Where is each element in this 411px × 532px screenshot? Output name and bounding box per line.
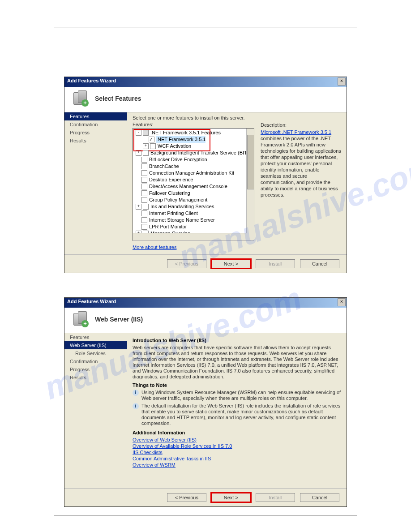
expand-icon[interactable]: +	[136, 204, 141, 210]
titlebar: Add Features Wizard ×	[64, 298, 347, 308]
cancel-button[interactable]: Cancel	[300, 493, 339, 502]
checkbox[interactable]	[141, 170, 147, 176]
server-icon: +	[73, 311, 89, 327]
sidebar-item[interactable]: Results	[64, 137, 127, 145]
info-link[interactable]: Common Administrative Tasks in IIS	[133, 456, 341, 461]
tree-item[interactable]: DirectAccess Management Console	[134, 183, 253, 190]
tree-item-label: BranchCache	[149, 163, 179, 170]
info-link[interactable]: Overview of WSRM	[133, 462, 341, 468]
checkbox[interactable]	[141, 217, 147, 223]
tree-item-label: Failover Clustering	[149, 190, 190, 197]
sidebar-item[interactable]: Confirmation	[64, 357, 127, 365]
description-text: Microsoft .NET Framework 3.5.1 combines …	[261, 129, 341, 198]
tree-item[interactable]: BranchCache	[134, 163, 253, 170]
sidebar-item[interactable]: Features	[64, 333, 127, 341]
titlebar: Add Features Wizard ×	[64, 77, 347, 87]
tree-item[interactable]: Desktop Experience	[134, 176, 253, 183]
checkbox[interactable]	[141, 197, 147, 203]
instruction-text: Select one or more features to install o…	[133, 115, 341, 120]
info-link[interactable]: Overview of Available Role Services in I…	[133, 443, 341, 449]
install-button: Install	[256, 493, 295, 502]
next-button[interactable]: Next >	[211, 259, 251, 268]
checkbox[interactable]	[150, 143, 156, 149]
checkbox[interactable]	[141, 177, 147, 183]
info-link[interactable]: Overview of Web Server (IIS)	[133, 437, 341, 442]
tree-item[interactable]: Internet Printing Client	[134, 210, 253, 217]
dialog-web-server: Add Features Wizard × + Web Server (IIS)…	[64, 297, 347, 507]
tree-item-label: LPR Port Monitor	[149, 223, 187, 230]
horizontal-scrollbar[interactable]	[133, 233, 247, 240]
note-text: The default installation for the Web Ser…	[141, 403, 341, 426]
checkbox[interactable]	[141, 184, 147, 189]
sidebar-item[interactable]: Features	[64, 112, 127, 120]
expand-icon[interactable]: +	[143, 143, 149, 149]
tree-item-label: Background Intelligent Transfer Service …	[150, 150, 252, 156]
sidebar-item[interactable]: Confirmation	[64, 120, 127, 129]
tree-item[interactable]: +WCF Activation	[134, 143, 253, 150]
dialog-header: + Web Server (IIS)	[64, 308, 347, 333]
description-link[interactable]: Microsoft .NET Framework 3.5.1	[261, 129, 331, 135]
vertical-scrollbar[interactable]	[246, 129, 254, 240]
tree-item-label: .NET Framework 3.5.1	[156, 136, 206, 143]
tree-item[interactable]: +Background Intelligent Transfer Service…	[134, 150, 253, 156]
features-label: Features:	[133, 122, 254, 127]
tree-item[interactable]: Connection Manager Administration Kit	[134, 170, 253, 176]
tree-item[interactable]: BitLocker Drive Encryption	[134, 156, 253, 163]
expand-icon[interactable]: +	[136, 150, 141, 156]
close-icon[interactable]: ×	[338, 298, 346, 306]
note-item: iThe default installation for the Web Se…	[133, 403, 341, 426]
tree-item[interactable]: +Ink and Handwriting Services	[134, 203, 253, 210]
more-about-features-link[interactable]: More about features	[133, 245, 176, 250]
wizard-sidebar: FeaturesConfirmationProgressResults	[64, 112, 127, 254]
checkbox[interactable]	[141, 163, 147, 169]
note-text: Using Windows System Resource Manager (W…	[141, 390, 341, 401]
tree-item[interactable]: .NET Framework 3.5.1	[134, 136, 253, 143]
checkbox[interactable]	[141, 224, 147, 230]
previous-button: < Previous	[167, 259, 206, 268]
features-tree[interactable]: -.NET Framework 3.5.1 Features.NET Frame…	[133, 128, 254, 241]
sidebar-item[interactable]: Results	[64, 373, 127, 382]
install-button: Install	[256, 259, 295, 268]
window-title: Add Features Wizard	[67, 299, 116, 304]
dialog-header: + Select Features	[64, 87, 347, 112]
header-title: Select Features	[95, 95, 141, 102]
dialog-select-features: Add Features Wizard × + Select Features …	[64, 77, 347, 273]
previous-button[interactable]: < Previous	[167, 493, 206, 502]
button-bar: < Previous Next > Install Cancel	[64, 254, 347, 273]
cancel-button[interactable]: Cancel	[300, 259, 339, 268]
tree-item[interactable]: -.NET Framework 3.5.1 Features	[134, 129, 253, 136]
checkbox[interactable]	[143, 150, 149, 156]
additional-links: Overview of Web Server (IIS)Overview of …	[133, 437, 341, 468]
additional-info-title: Additional Information	[133, 430, 341, 435]
checkbox[interactable]	[143, 204, 149, 210]
tree-item[interactable]: LPR Port Monitor	[134, 223, 253, 230]
top-rule	[54, 27, 357, 27]
sidebar-item[interactable]: Progress	[64, 365, 127, 373]
tree-item[interactable]: Failover Clustering	[134, 190, 253, 197]
checkbox[interactable]	[149, 137, 154, 142]
checkbox[interactable]	[143, 130, 149, 136]
sidebar-item[interactable]: Role Services	[64, 349, 127, 357]
close-icon[interactable]: ×	[338, 77, 346, 86]
checkbox[interactable]	[141, 190, 147, 196]
tree-item-label: DirectAccess Management Console	[149, 183, 227, 190]
tree-item-label: Internet Storage Name Server	[149, 217, 215, 223]
collapse-icon[interactable]: -	[136, 130, 141, 136]
checkbox[interactable]	[141, 157, 147, 163]
wizard-sidebar: FeaturesWeb Server (IIS)Role ServicesCon…	[64, 333, 127, 488]
tree-item-label: Ink and Handwriting Services	[150, 203, 214, 210]
tree-item-label: WCF Activation	[158, 143, 191, 150]
sidebar-item[interactable]: Web Server (IIS)	[64, 341, 127, 349]
tree-item-label: Group Policy Management	[149, 197, 207, 203]
checkbox[interactable]	[141, 210, 147, 216]
sidebar-item[interactable]: Progress	[64, 129, 127, 137]
server-icon: +	[73, 90, 89, 107]
description-label: Description:	[261, 122, 341, 128]
tree-item-label: Internet Printing Client	[149, 210, 198, 217]
tree-item[interactable]: Group Policy Management	[134, 197, 253, 203]
info-link[interactable]: IIS Checklists	[133, 450, 341, 455]
info-icon: i	[133, 390, 139, 396]
tree-item-label: Connection Manager Administration Kit	[149, 170, 234, 176]
next-button[interactable]: Next >	[211, 493, 251, 502]
tree-item[interactable]: Internet Storage Name Server	[134, 217, 253, 223]
